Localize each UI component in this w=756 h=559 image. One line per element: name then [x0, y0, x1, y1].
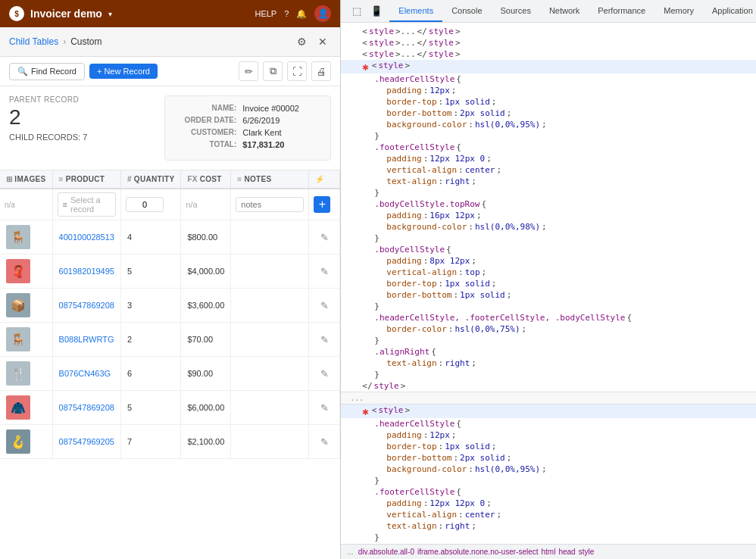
code-line[interactable]: background-color: hsl(0,0%,98%); — [341, 221, 756, 233]
quantity-cell: 5 — [120, 391, 180, 425]
code-line[interactable]: vertical-align: top; — [341, 267, 756, 278]
copy-icon-toolbar[interactable]: ⧉ — [263, 61, 283, 81]
code-line[interactable]: border-bottom: 2px solid; — [341, 452, 756, 464]
row-edit-icon[interactable]: ✎ — [315, 398, 333, 417]
new-quantity-input[interactable] — [126, 197, 164, 212]
code-line[interactable]: .headerCellStyle, .footerCellStyle, .bod… — [341, 312, 756, 323]
new-notes-input[interactable] — [236, 197, 304, 212]
breadcrumb-parent[interactable]: Child Tables — [9, 36, 58, 47]
code-line[interactable]: <style>...</style> — [341, 48, 756, 60]
close-icon[interactable]: ✕ — [314, 33, 331, 50]
code-line[interactable]: border-bottom: 1px solid; — [341, 289, 756, 301]
question-icon[interactable]: ? — [284, 9, 289, 18]
code-line[interactable]: border-color: hsl(0,0%,75%); — [341, 323, 756, 335]
code-line[interactable]: } — [341, 335, 756, 346]
code-line[interactable]: .bodyCellStyle { — [341, 244, 756, 255]
new-quantity-cell[interactable] — [120, 189, 180, 220]
mobile-icon[interactable]: 📱 — [368, 3, 385, 20]
product-link[interactable]: B076CN463G — [59, 369, 111, 378]
find-record-button[interactable]: 🔍 Find Record — [9, 63, 85, 80]
new-record-button[interactable]: + New Record — [89, 64, 158, 79]
child-records-table: ⊞ IMAGES ≡ PRODUCT # QUANTITY — [0, 170, 340, 559]
breadcrumb-style[interactable]: style — [579, 548, 595, 556]
link-icon-toolbar[interactable]: ⛶ — [287, 61, 307, 81]
code-line[interactable]: border-top: 1px solid; — [341, 96, 756, 108]
code-line[interactable]: text-align: right; — [341, 520, 756, 532]
row-edit-icon[interactable]: ✎ — [315, 296, 333, 314]
row-edit-icon[interactable]: ✎ — [315, 330, 333, 348]
product-link[interactable]: 087547969205 — [59, 437, 114, 446]
user-icon[interactable]: 👤 — [314, 5, 331, 22]
code-line[interactable]: padding: 8px 12px; — [341, 255, 756, 267]
tab-network[interactable]: Network — [540, 0, 589, 22]
name-field: NAME: Invoice #00002 — [176, 104, 320, 113]
code-line[interactable]: vertical-align: center; — [341, 164, 756, 176]
add-record-button[interactable]: + — [314, 196, 330, 213]
tab-performance[interactable]: Performance — [589, 0, 654, 22]
select-placeholder[interactable]: Select a record — [70, 195, 111, 214]
row-edit-icon[interactable]: ✎ — [315, 228, 333, 246]
settings-icon[interactable]: ⚙ — [293, 33, 310, 50]
product-link[interactable]: 400100028513 — [59, 233, 114, 242]
code-line[interactable]: .footerCellStyle { — [341, 142, 756, 153]
print-icon-toolbar[interactable]: 🖨 — [311, 61, 331, 81]
product-image-cell: 🧣 — [0, 255, 52, 289]
code-line[interactable]: .headerCellStyle { — [341, 418, 756, 429]
code-line[interactable]: } — [341, 475, 756, 486]
code-line[interactable]: } — [341, 532, 756, 543]
toolbar: 🔍 Find Record + New Record ✏ ⧉ ⛶ 🖨 — [0, 57, 340, 86]
code-line[interactable]: .alignRight { — [341, 346, 756, 358]
code-line[interactable]: .footerCellStyle { — [341, 486, 756, 498]
product-col-icon: ≡ — [59, 175, 64, 183]
code-line[interactable]: text-align: right; — [341, 176, 756, 187]
breadcrumb-iframe[interactable]: iframe.absolute.none.no-user-select — [417, 548, 539, 556]
code-line[interactable]: } — [341, 130, 756, 142]
code-line[interactable]: .bodyCellStyle.topRow { — [341, 198, 756, 210]
code-line[interactable]: padding: 12px 12px 0; — [341, 498, 756, 509]
product-link[interactable]: 087547869208 — [59, 301, 114, 310]
code-line[interactable]: } — [341, 369, 756, 380]
bell-icon[interactable]: 🔔 — [296, 9, 307, 19]
code-line[interactable]: padding: 12px; — [341, 85, 756, 96]
code-line[interactable]: } — [341, 233, 756, 244]
code-line[interactable]: padding: 12px; — [341, 429, 756, 441]
code-line[interactable]: padding: 12px 12px 0; — [341, 153, 756, 164]
tab-elements[interactable]: Elements — [389, 0, 442, 22]
code-line[interactable]: vertical-align: center; — [341, 509, 756, 520]
code-line[interactable]: .headerCellStyle { — [341, 73, 756, 85]
code-line[interactable]: background-color: hsl(0,0%,95%); — [341, 464, 756, 475]
code-line[interactable]: } — [341, 301, 756, 312]
breadcrumb-head[interactable]: head — [558, 548, 575, 556]
help-label[interactable]: HELP — [255, 9, 276, 18]
code-line[interactable]: </style> — [341, 380, 756, 392]
product-link[interactable]: B088LRWRTG — [59, 335, 114, 344]
new-notes-cell[interactable] — [231, 189, 309, 220]
row-edit-icon[interactable]: ✎ — [315, 433, 333, 451]
cost-cell: $6,000.00 — [181, 391, 231, 425]
inspect-icon[interactable]: ⬚ — [348, 3, 365, 20]
tab-console[interactable]: Console — [442, 0, 491, 22]
edit-icon-toolbar[interactable]: ✏ — [239, 61, 258, 81]
code-line[interactable]: border-bottom: 2px solid; — [341, 108, 756, 119]
code-line[interactable]: } — [341, 187, 756, 198]
code-line[interactable]: border-top: 1px solid; — [341, 278, 756, 289]
selected-style-tag[interactable]: ✱<style> — [341, 60, 756, 73]
tab-sources[interactable]: Sources — [492, 0, 540, 22]
tab-application[interactable]: Application — [703, 0, 756, 22]
product-link[interactable]: 601982019495 — [59, 267, 114, 276]
dropdown-arrow[interactable]: ▾ — [108, 10, 112, 18]
code-line[interactable]: text-align: right; — [341, 358, 756, 369]
code-line[interactable]: background-color: hsl(0,0%,95%); — [341, 119, 756, 130]
row-edit-icon[interactable]: ✎ — [315, 364, 333, 383]
row-edit-icon[interactable]: ✎ — [315, 262, 333, 280]
breadcrumb-html[interactable]: html — [542, 548, 556, 556]
selected-style-tag-2[interactable]: ✱<style> — [341, 404, 756, 418]
code-line[interactable]: padding: 16px 12px; — [341, 210, 756, 221]
breadcrumb-div[interactable]: div.absolute.all-0 — [358, 548, 414, 556]
tab-memory[interactable]: Memory — [654, 0, 703, 22]
code-line[interactable]: <style>...</style> — [341, 37, 756, 48]
logo-char: $ — [14, 10, 19, 18]
code-line[interactable]: border-top: 1px solid; — [341, 441, 756, 452]
code-line[interactable]: <style>...</style> — [341, 26, 756, 37]
product-link[interactable]: 087547869208 — [59, 403, 114, 412]
